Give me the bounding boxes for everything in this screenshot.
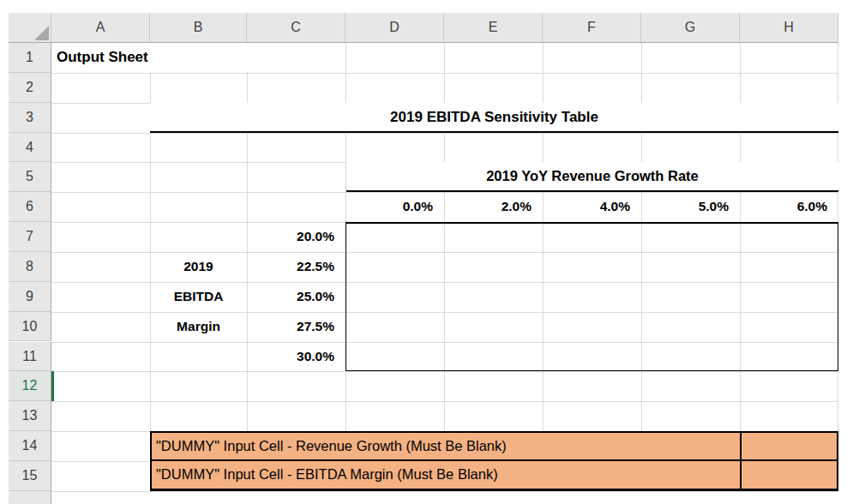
column-header-b[interactable]: B [150, 13, 247, 43]
gridline-h [51, 491, 838, 492]
column-header-g[interactable]: G [641, 13, 740, 43]
row-header-1[interactable]: 1 [9, 43, 51, 73]
dummy-input-block: "DUMMY" Input Cell - Revenue Growth (Mus… [150, 431, 838, 491]
active-cell-a12-outline[interactable] [51, 371, 150, 401]
column-header-a[interactable]: A [51, 13, 150, 43]
row-header-10[interactable]: 10 [9, 312, 51, 342]
table-title-cell[interactable]: 2019 EBITDA Sensitivity Table [150, 103, 838, 133]
sensitivity-table-body-region[interactable] [345, 222, 838, 371]
cell-d6-growth-rate[interactable]: 0.0% [345, 192, 444, 222]
select-all-triangle-icon [34, 26, 49, 40]
row-header-13[interactable]: 13 [9, 401, 51, 431]
column-header-h[interactable]: H [740, 13, 838, 43]
gridline-h [51, 401, 838, 402]
row-header-11[interactable]: 11 [9, 342, 51, 372]
row-header-4[interactable]: 4 [9, 133, 51, 163]
cell-e6-growth-rate[interactable]: 2.0% [444, 192, 543, 222]
dummy-label-revenue-growth[interactable]: "DUMMY" Input Cell - Revenue Growth (Mus… [152, 433, 742, 461]
dummy-input-cell-revenue-growth[interactable] [742, 433, 837, 461]
dummy-input-cell-ebitda-margin[interactable] [742, 461, 837, 489]
row-header-12-active[interactable]: 12 [9, 371, 51, 401]
cell-c11-margin-value[interactable]: 30.0% [247, 342, 345, 372]
cell-c9-margin-value[interactable]: 25.0% [247, 282, 345, 312]
cell-c7-margin-value[interactable]: 20.0% [247, 222, 345, 252]
cell-g6-growth-rate[interactable]: 5.0% [641, 192, 740, 222]
growth-axis-title-cell[interactable]: 2019 YoY Revenue Growth Rate [346, 162, 838, 192]
cell-b10-axis-label[interactable]: Margin [150, 312, 247, 342]
dummy-label-ebitda-margin[interactable]: "DUMMY" Input Cell - EBITDA Margin (Must… [152, 461, 742, 489]
cell-c10-margin-value[interactable]: 27.5% [247, 312, 345, 342]
worksheet-grid: A B C D E F G H 1 2 3 4 5 6 7 8 9 10 11 … [9, 13, 838, 504]
row-header-3[interactable]: 3 [9, 103, 51, 133]
column-header-c[interactable]: C [247, 13, 345, 43]
row-header-9[interactable]: 9 [9, 282, 51, 312]
cell-h6-growth-rate[interactable]: 6.0% [740, 192, 838, 222]
cell-f6-growth-rate[interactable]: 4.0% [543, 192, 641, 222]
row-header-15[interactable]: 15 [9, 461, 51, 491]
row-header-7[interactable]: 7 [9, 222, 51, 252]
row-header-6[interactable]: 6 [9, 192, 51, 222]
row-header-8[interactable]: 8 [9, 252, 51, 282]
column-header-f[interactable]: F [543, 13, 641, 43]
gridline-h [51, 371, 838, 372]
row-header-14[interactable]: 14 [9, 431, 51, 461]
gridline-h [51, 133, 838, 134]
cell-b9-axis-label[interactable]: EBITDA [150, 282, 247, 312]
cell-b8-axis-label[interactable]: 2019 [150, 252, 247, 282]
row-header-16-partial[interactable] [9, 491, 51, 504]
column-header-d[interactable]: D [345, 13, 444, 43]
gridline-h [51, 73, 838, 74]
cell-c8-margin-value[interactable]: 22.5% [247, 252, 345, 282]
row-header-2[interactable]: 2 [9, 73, 51, 103]
cell-a1-output-sheet[interactable]: Output Sheet [52, 44, 249, 72]
select-all-button[interactable] [9, 13, 51, 43]
column-header-e[interactable]: E [444, 13, 543, 43]
row-header-5[interactable]: 5 [9, 162, 51, 192]
